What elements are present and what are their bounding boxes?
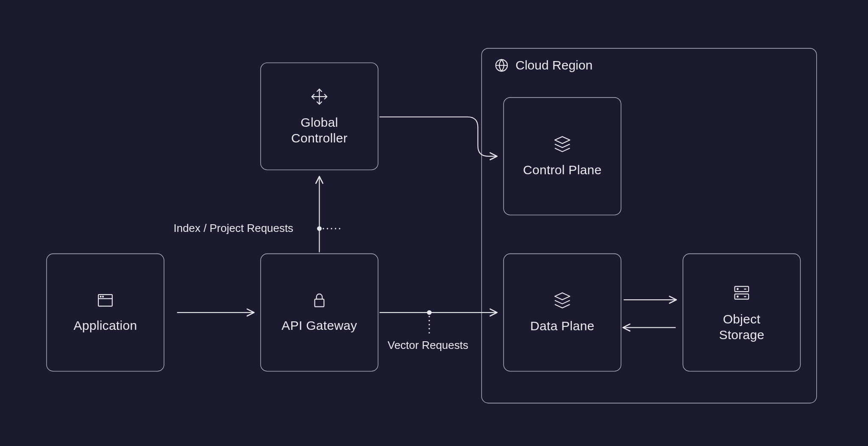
move-icon <box>309 86 329 106</box>
svg-rect-6 <box>315 299 324 307</box>
svg-marker-9 <box>555 137 570 143</box>
application-label: Application <box>73 318 137 334</box>
svg-point-14 <box>737 296 738 297</box>
application-node: Application <box>46 254 164 371</box>
svg-point-5 <box>103 296 103 297</box>
svg-marker-10 <box>555 293 570 300</box>
global-controller-node: Global Controller <box>260 62 378 170</box>
data-plane-node: Data Plane <box>504 254 621 371</box>
cloud-region-header: Cloud Region <box>495 58 593 73</box>
svg-point-18 <box>427 310 431 315</box>
object-storage-node: Object Storage <box>683 254 801 371</box>
svg-point-4 <box>100 296 101 297</box>
edge-label-vector-requests: Vector Requests <box>388 339 468 352</box>
control-plane-label: Control Plane <box>523 162 602 178</box>
svg-point-17 <box>317 226 322 231</box>
object-storage-label: Object Storage <box>719 311 764 343</box>
global-controller-label: Global Controller <box>291 114 348 146</box>
api-gateway-node: API Gateway <box>260 254 378 371</box>
layers-icon <box>553 291 572 310</box>
cloud-region-label: Cloud Region <box>515 58 593 73</box>
edge-label-index-project: Index / Project Requests <box>174 222 294 235</box>
layers-icon <box>553 134 572 154</box>
api-gateway-label: API Gateway <box>281 318 357 334</box>
window-icon <box>96 291 115 310</box>
edge-controller-to-controlplane <box>379 117 496 156</box>
architecture-diagram: Cloud Region Application API Gateway <box>0 0 868 446</box>
globe-icon <box>495 59 509 72</box>
data-plane-label: Data Plane <box>530 318 594 334</box>
control-plane-node: Control Plane <box>504 97 621 215</box>
server-icon <box>731 282 752 303</box>
lock-icon <box>310 291 329 310</box>
svg-point-13 <box>737 288 738 290</box>
